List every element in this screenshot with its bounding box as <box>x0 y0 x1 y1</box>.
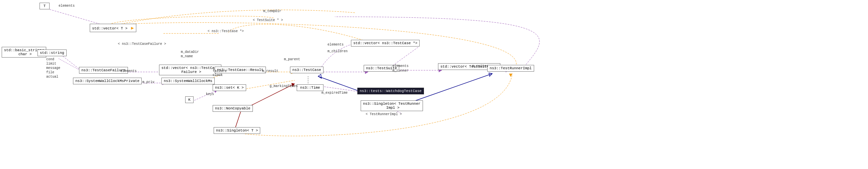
node-K: K <box>185 96 193 103</box>
label-ns3-testcase-ptr: < ns3::TestCase *> <box>208 29 244 33</box>
node-label-T: T <box>43 4 46 8</box>
diagram-container: T std::vector< T > ▶ std::basic_string< … <box>0 0 868 169</box>
label-m-suites: m_suites <box>472 64 488 68</box>
node-std-vector-T: std::vector< T > ▶ <box>90 24 136 32</box>
node-ns3-singleton-T: ns3::Singleton< T > <box>214 127 260 134</box>
node-label-ns3-systemwallclockms: ns3::SystemWallClockMs <box>164 79 212 83</box>
label-m-name: m_name <box>181 55 193 58</box>
label-ns3-testcasefailure: < ns3::TestCaseFailure > <box>118 42 166 46</box>
label-elements-4: elements <box>393 64 408 68</box>
node-std-string: std::string <box>37 49 67 56</box>
label-clock: clock <box>213 73 223 77</box>
node-label-K: K <box>188 98 190 102</box>
node-std-vector-ns3-testcase: std::vector< ns3::TestCase Failure > <box>159 65 221 75</box>
label-elements-1: elements <box>59 4 75 8</box>
svg-marker-33 <box>318 74 321 78</box>
node-label-std-string: std::string <box>40 51 64 55</box>
label-cond: cond <box>46 58 54 61</box>
node-ns3-testrunnerimpl: ns3::TestRunnerImpl <box>487 65 534 72</box>
node-label-ns3-set-K: ns3::set< K > <box>215 86 244 90</box>
label-m-tempdir: m_tempDir <box>263 9 281 13</box>
svg-marker-36 <box>509 74 513 77</box>
node-label-std-vector-T: std::vector< T > <box>92 27 128 30</box>
label-m-runner: m_runner <box>393 69 408 73</box>
label-m-result: m_result <box>262 69 278 73</box>
label-g-markingtimes: g_markingTimes <box>270 84 298 88</box>
label-failure: failure <box>213 69 227 73</box>
node-label-ns3-singleton-T: ns3::Singleton< T > <box>216 129 258 133</box>
label-m-children: m_children <box>328 49 348 53</box>
label-file: file <box>46 71 54 74</box>
svg-marker-35 <box>489 73 492 76</box>
node-ns3-systemwallclockms-private: ns3::SystemWallClockMsPrivate <box>73 78 142 84</box>
node-label-std-vector-ns3-testcase: std::vector< ns3::TestCase Failure > <box>161 66 219 74</box>
node-ns3-noncopyable: ns3::NonCopyable <box>213 105 253 112</box>
label-m-priv: m_priv <box>142 80 154 84</box>
node-label-ns3-testcase: ns3::TestCase <box>292 68 321 72</box>
label-limit: limit <box>46 62 56 66</box>
node-label-ns3-tests-watchdog-testcase: ns3::tests::WatchdogTestCase <box>360 89 422 93</box>
svg-line-32 <box>318 76 362 92</box>
node-ns3-singleton-testrunnerimpl: ns3::Singleton< TestRunner Impl > <box>361 100 423 111</box>
label-testsuite-ptr: < TestSuite * > <box>253 19 283 22</box>
label-keys: keys <box>206 92 214 96</box>
node-label-ns3-systemwallclockms-private: ns3::SystemWallClockMsPrivate <box>75 79 139 83</box>
node-ns3-time: ns3::Time <box>297 84 323 91</box>
node-ns3-tests-watchdog-testcase: ns3::tests::WatchdogTestCase <box>357 88 424 94</box>
label-m-parent: m_parent <box>284 58 300 61</box>
node-label-ns3-testcasefailure: ns3::TestCaseFailure <box>82 68 126 72</box>
node-label-ns3-noncopyable: ns3::NonCopyable <box>215 106 250 110</box>
node-label-ns3-singleton-testrunnerimpl: ns3::Singleton< TestRunner Impl > <box>363 102 421 110</box>
node-label-ns3-time: ns3::Time <box>300 86 320 90</box>
label-m-datadir: m_dataDir <box>181 50 199 54</box>
node-T: T <box>39 3 50 9</box>
node-ns3-set-K: ns3::set< K > <box>213 84 246 91</box>
node-std-vector-ns3-testcase-ptr: std::vector< ns3::TestCase *> <box>351 40 420 46</box>
label-message: message <box>46 66 60 70</box>
node-label-std-vector-ns3-testcase-ptr: std::vector< ns3::TestCase *> <box>353 41 417 45</box>
node-label-ns3-testrunnerimpl: ns3::TestRunnerImpl <box>490 66 531 70</box>
label-elements-2: elements <box>121 69 136 73</box>
label-elements-3: elements <box>328 43 344 46</box>
label-testrunnerimpl: < TestRunnerImpl > <box>366 112 402 116</box>
node-ns3-systemwallclockms: ns3::SystemWallClockMs <box>161 78 215 84</box>
node-ns3-testcase: ns3::TestCase <box>290 67 323 73</box>
label-actual: actual <box>46 75 58 79</box>
label-m-expiredtime: m_expiredTime <box>321 91 348 95</box>
